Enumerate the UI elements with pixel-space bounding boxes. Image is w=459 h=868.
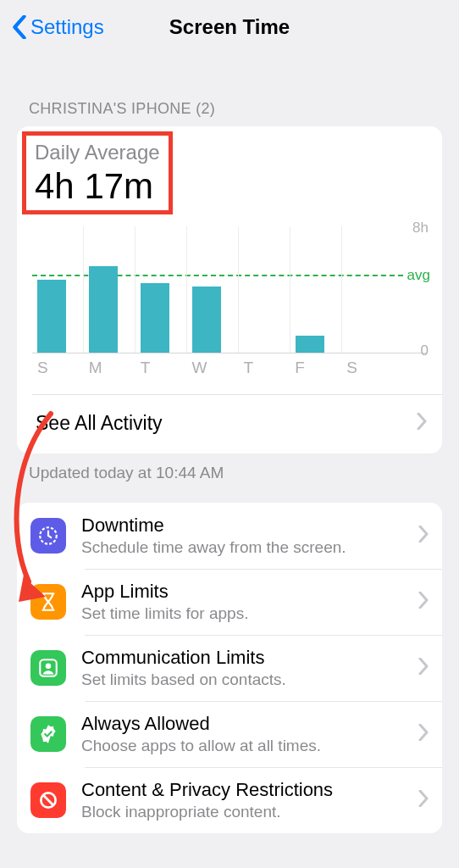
bar-slot [238, 226, 290, 353]
chevron-right-icon [418, 592, 429, 612]
row-title: Always Allowed [81, 713, 418, 735]
see-all-label: See All Activity [36, 412, 163, 435]
settings-row-content-privacy-restrictions[interactable]: Content & Privacy RestrictionsBlock inap… [17, 767, 442, 833]
back-label: Settings [30, 15, 104, 39]
bar-slot [32, 226, 83, 353]
x-tick: S [341, 359, 393, 377]
bar-slot [135, 226, 186, 353]
avg-label: avg [407, 267, 430, 284]
back-button[interactable]: Settings [12, 15, 104, 39]
daily-average-label: Daily Average [35, 141, 160, 164]
bar-slot [290, 226, 341, 353]
row-text: Always AllowedChoose apps to allow at al… [81, 713, 418, 755]
row-text: Content & Privacy RestrictionsBlock inap… [81, 779, 418, 821]
chevron-right-icon [417, 412, 427, 435]
y-tick-top: 8h [412, 220, 429, 236]
usage-bar-chart: 8h 0 avg SMTWTFS [17, 214, 442, 377]
row-text: App LimitsSet time limits for apps. [81, 581, 418, 623]
row-text: Communication LimitsSet limits based on … [81, 647, 418, 689]
chevron-right-icon [418, 526, 429, 546]
row-title: Downtime [81, 515, 418, 537]
row-title: App Limits [81, 581, 418, 603]
downtime-icon [30, 518, 66, 554]
options-list: DowntimeSchedule time away from the scre… [17, 503, 442, 833]
bar [141, 283, 169, 353]
updated-timestamp: Updated today at 10:44 AM [0, 453, 459, 503]
usage-card: Daily Average 4h 17m 8h 0 avg SMTWTFS Se… [17, 126, 442, 453]
chevron-right-icon [418, 658, 429, 678]
row-title: Communication Limits [81, 647, 418, 669]
y-tick-bottom: 0 [421, 342, 429, 359]
x-tick: W [187, 359, 239, 377]
row-subtitle: Set limits based on contacts. [81, 670, 418, 689]
svg-line-4 [43, 795, 53, 805]
bar-slot [83, 226, 135, 353]
contact-icon [30, 650, 66, 686]
bar [37, 280, 66, 353]
see-all-activity-row[interactable]: See All Activity [17, 395, 442, 453]
x-tick: S [32, 359, 84, 377]
checkmark-badge-icon [30, 716, 66, 752]
bar [192, 287, 221, 353]
bar [296, 336, 324, 353]
bar-slot [341, 226, 393, 353]
daily-average-value: 4h 17m [35, 166, 160, 207]
hourglass-icon [30, 584, 66, 620]
svg-point-2 [46, 664, 52, 670]
nav-header: Settings Screen Time [0, 0, 459, 51]
x-tick: M [84, 359, 135, 377]
row-title: Content & Privacy Restrictions [81, 779, 418, 801]
bar [89, 266, 118, 353]
settings-row-downtime[interactable]: DowntimeSchedule time away from the scre… [17, 503, 442, 569]
chevron-right-icon [418, 724, 429, 744]
settings-row-communication-limits[interactable]: Communication LimitsSet limits based on … [17, 635, 442, 701]
row-text: DowntimeSchedule time away from the scre… [81, 515, 418, 557]
chevron-left-icon [12, 15, 27, 39]
settings-row-app-limits[interactable]: App LimitsSet time limits for apps. [17, 569, 442, 635]
device-section-label: CHRISTINA'S IPHONE (2) [0, 51, 459, 126]
settings-row-always-allowed[interactable]: Always AllowedChoose apps to allow at al… [17, 701, 442, 767]
row-subtitle: Block inappropriate content. [81, 803, 418, 821]
row-subtitle: Set time limits for apps. [81, 604, 418, 623]
chevron-right-icon [418, 790, 429, 810]
row-subtitle: Schedule time away from the screen. [81, 538, 418, 557]
bar-slot [186, 226, 238, 353]
x-tick: T [135, 359, 187, 377]
daily-average-highlight: Daily Average 4h 17m [22, 131, 173, 214]
nosign-icon [30, 782, 66, 818]
x-tick: F [290, 359, 341, 377]
row-subtitle: Choose apps to allow at all times. [81, 737, 418, 755]
x-tick: T [238, 359, 290, 377]
